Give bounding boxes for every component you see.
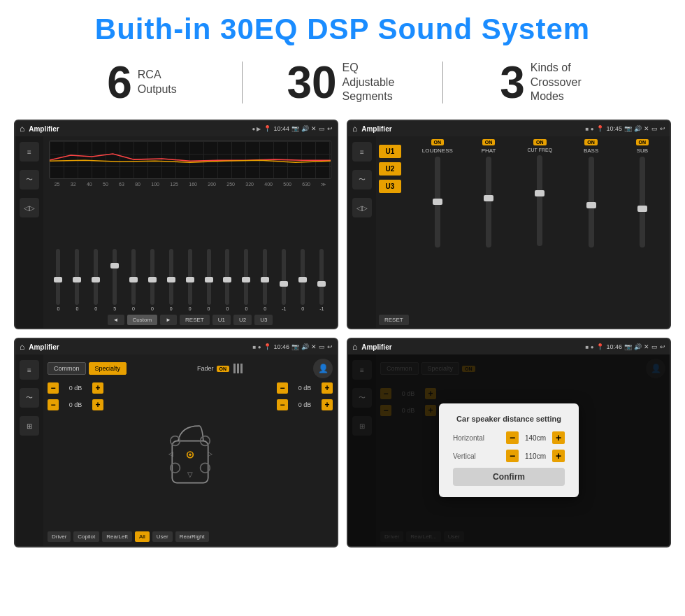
ch-slider-track[interactable] bbox=[435, 157, 440, 248]
slider-track[interactable] bbox=[169, 249, 173, 305]
crossover-vol-btn[interactable]: ◁▷ bbox=[352, 198, 372, 217]
eq-slider-8[interactable]: 0 bbox=[188, 249, 192, 311]
eq-slider-15[interactable]: -1 bbox=[319, 249, 324, 311]
ch-phat-track[interactable] bbox=[486, 157, 491, 248]
back-icon-3[interactable]: ↩ bbox=[327, 343, 333, 350]
ch-sub-thumb[interactable] bbox=[637, 206, 647, 212]
fader-rt-plus[interactable]: + bbox=[322, 382, 333, 394]
ch-phat-thumb[interactable] bbox=[484, 195, 493, 201]
u2-btn[interactable]: U2 bbox=[379, 162, 401, 176]
slider-thumb[interactable] bbox=[148, 277, 157, 282]
eq-slider-4[interactable]: 5 bbox=[113, 249, 117, 311]
u1-btn[interactable]: U1 bbox=[379, 145, 401, 158]
ch-cut-thumb[interactable] bbox=[535, 190, 545, 196]
fader-rb-plus[interactable]: + bbox=[322, 399, 333, 410]
eq-slider-1[interactable]: 0 bbox=[56, 249, 60, 311]
eq-slider-6[interactable]: 0 bbox=[150, 249, 154, 311]
fader-copilot-btn[interactable]: Copilot bbox=[73, 531, 99, 542]
horizontal-minus-btn[interactable]: − bbox=[506, 431, 519, 444]
fader-wave-btn[interactable]: 〜 bbox=[20, 388, 39, 408]
slider-track[interactable] bbox=[244, 249, 248, 305]
eq-custom-btn[interactable]: Custom bbox=[127, 315, 158, 325]
slider-thumb[interactable] bbox=[261, 277, 269, 282]
home-icon-4[interactable]: ⌂ bbox=[352, 342, 357, 352]
slider-thumb[interactable] bbox=[110, 263, 119, 268]
eq-slider-12[interactable]: 0 bbox=[263, 249, 267, 311]
eq-slider-2[interactable]: 0 bbox=[75, 249, 79, 311]
slider-thumb[interactable] bbox=[205, 277, 213, 282]
back-icon-1[interactable]: ↩ bbox=[327, 125, 333, 132]
slider-thumb[interactable] bbox=[298, 277, 307, 282]
eq-slider-9[interactable]: 0 bbox=[207, 249, 211, 311]
fader-lt-plus[interactable]: + bbox=[92, 382, 103, 394]
slider-thumb[interactable] bbox=[92, 277, 100, 282]
eq-slider-3[interactable]: 0 bbox=[94, 249, 98, 311]
slider-track[interactable] bbox=[188, 249, 192, 305]
slider-thumb[interactable] bbox=[242, 277, 250, 282]
slider-track[interactable] bbox=[94, 249, 98, 305]
eq-slider-11[interactable]: 0 bbox=[244, 249, 248, 311]
ch-bass-thumb[interactable] bbox=[586, 202, 596, 208]
home-icon-2[interactable]: ⌂ bbox=[352, 124, 357, 134]
fader-rb-minus[interactable]: − bbox=[277, 399, 288, 410]
fader-filter-btn[interactable]: ≡ bbox=[20, 360, 39, 380]
home-icon-3[interactable]: ⌂ bbox=[20, 342, 24, 352]
slider-thumb[interactable] bbox=[317, 281, 326, 287]
slider-track[interactable] bbox=[150, 249, 154, 305]
slider-track[interactable] bbox=[56, 249, 60, 305]
home-icon-1[interactable]: ⌂ bbox=[20, 124, 24, 134]
eq-slider-14[interactable]: 0 bbox=[301, 249, 305, 311]
back-icon-4[interactable]: ↩ bbox=[660, 343, 665, 350]
slider-track[interactable] bbox=[263, 249, 267, 305]
slider-track[interactable] bbox=[75, 249, 79, 305]
slider-thumb[interactable] bbox=[54, 277, 62, 282]
crossover-wave-btn[interactable]: 〜 bbox=[352, 170, 372, 189]
slider-thumb[interactable] bbox=[186, 277, 194, 282]
fader-lb-minus[interactable]: − bbox=[48, 399, 59, 410]
fader-driver-btn[interactable]: Driver bbox=[48, 531, 71, 542]
fader-rearright-btn[interactable]: RearRight bbox=[175, 531, 209, 542]
slider-track[interactable] bbox=[225, 249, 229, 305]
eq-vol-btn[interactable]: ◁▷ bbox=[20, 198, 39, 217]
slider-thumb[interactable] bbox=[73, 277, 81, 282]
eq-slider-7[interactable]: 0 bbox=[169, 249, 173, 311]
slider-track[interactable] bbox=[113, 249, 117, 305]
slider-track[interactable] bbox=[131, 249, 136, 305]
slider-track[interactable] bbox=[282, 249, 286, 305]
ch-cut-track[interactable] bbox=[537, 155, 542, 246]
ch-slider-thumb[interactable] bbox=[433, 199, 442, 205]
fader-common-btn[interactable]: Common bbox=[48, 362, 86, 375]
eq-prev-btn[interactable]: ◄ bbox=[108, 315, 124, 325]
eq-slider-10[interactable]: 0 bbox=[225, 249, 229, 311]
vertical-minus-btn[interactable]: − bbox=[506, 450, 519, 462]
fader-all-btn[interactable]: All bbox=[135, 531, 150, 542]
eq-u2-btn[interactable]: U2 bbox=[233, 315, 252, 325]
confirm-button[interactable]: Confirm bbox=[453, 468, 565, 486]
slider-track[interactable] bbox=[301, 249, 305, 305]
eq-slider-13[interactable]: -1 bbox=[282, 249, 286, 311]
eq-filter-btn[interactable]: ≡ bbox=[20, 142, 39, 162]
slider-thumb[interactable] bbox=[223, 277, 231, 282]
slider-thumb[interactable] bbox=[167, 277, 175, 282]
eq-u1-btn[interactable]: U1 bbox=[212, 315, 231, 325]
crossover-filter-btn[interactable]: ≡ bbox=[352, 142, 372, 162]
ch-bass-track[interactable] bbox=[589, 157, 594, 248]
crossover-reset-btn[interactable]: RESET bbox=[379, 315, 409, 325]
fader-expand-btn[interactable]: ⊞ bbox=[20, 416, 39, 436]
fader-lb-plus[interactable]: + bbox=[92, 399, 103, 410]
u3-btn[interactable]: U3 bbox=[379, 180, 401, 193]
vertical-plus-btn[interactable]: + bbox=[552, 450, 565, 462]
ch-sub-track[interactable] bbox=[640, 157, 645, 248]
fader-rt-minus[interactable]: − bbox=[277, 382, 288, 394]
fader-rearleft-btn[interactable]: RearLeft bbox=[102, 531, 132, 542]
slider-track[interactable] bbox=[207, 249, 211, 305]
slider-track[interactable] bbox=[319, 249, 324, 305]
fader-user-btn[interactable]: User bbox=[152, 531, 173, 542]
back-icon-2[interactable]: ↩ bbox=[660, 125, 665, 132]
eq-play-btn[interactable]: ► bbox=[160, 315, 177, 325]
eq-u3-btn[interactable]: U3 bbox=[254, 315, 273, 325]
horizontal-plus-btn[interactable]: + bbox=[552, 431, 565, 444]
fader-specialty-btn[interactable]: Specialty bbox=[89, 362, 127, 375]
eq-wave-btn[interactable]: 〜 bbox=[20, 170, 39, 189]
eq-slider-5[interactable]: 0 bbox=[131, 249, 136, 311]
